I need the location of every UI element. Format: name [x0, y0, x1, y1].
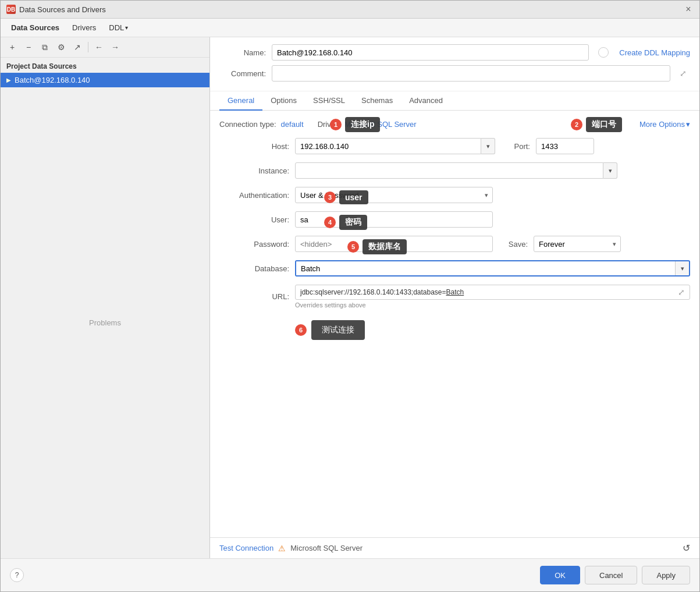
tab-general[interactable]: General [219, 91, 262, 111]
instance-dropdown-btn[interactable]: ▾ [603, 162, 617, 179]
add-button[interactable]: + [5, 40, 19, 54]
host-row: Host: ▾ 1 连接ip Port: [219, 138, 690, 154]
port-label: Port: [501, 142, 530, 151]
host-field-wrap: ▾ 1 连接ip [295, 138, 495, 154]
test-connection-wrap: 6 测试连接 [219, 320, 690, 340]
menu-drivers[interactable]: Drivers [66, 21, 102, 34]
password-label: Password: [219, 240, 289, 249]
badge-2: 2 [571, 119, 582, 130]
toolbar-separator [88, 42, 88, 52]
label-1: 连接ip [345, 117, 380, 132]
tab-ssh-ssl[interactable]: SSH/SSL [305, 91, 353, 111]
overrides-text: Overrides settings above [295, 302, 690, 309]
database-row: Database: ▾ 5 数据库名 [219, 260, 690, 276]
auth-label: Authentication: [219, 191, 289, 200]
app-icon: DB [6, 5, 16, 14]
help-button[interactable]: ? [10, 568, 24, 582]
database-input[interactable] [296, 261, 675, 275]
dialog-window: DB Data Sources and Drivers × Data Sourc… [0, 0, 700, 592]
port-field-wrap: 2 端口号 [536, 138, 594, 154]
instance-label: Instance: [219, 166, 289, 175]
label-3: user [339, 190, 368, 204]
form-content: Connection type: default Driver: Microso… [210, 111, 699, 537]
apply-button[interactable]: Apply [642, 566, 690, 584]
database-input-wrap: ▾ [295, 260, 690, 276]
ok-button[interactable]: OK [540, 566, 580, 584]
main-content: + − ⧉ ⚙ ↗ ← → Project Data Sources ▶ Bat… [1, 37, 699, 558]
url-field-container: jdbc:sqlserver://192.168.0.140:1433;data… [295, 285, 690, 300]
save-label: Save: [499, 240, 528, 249]
right-panel: Name: Create DDL Mapping Comment: ⤢ Gene… [210, 37, 699, 558]
export-button[interactable]: ↗ [70, 40, 84, 54]
host-label: Host: [219, 142, 289, 151]
instance-row: Instance: ▾ [219, 162, 690, 179]
expand-icon[interactable]: ⤢ [676, 66, 690, 80]
port-input[interactable] [536, 138, 594, 154]
menu-ddl[interactable]: DDL ▾ [103, 21, 134, 34]
copy-button[interactable]: ⧉ [38, 40, 52, 54]
tab-advanced[interactable]: Advanced [401, 91, 451, 111]
settings-button[interactable]: ⚙ [54, 40, 68, 54]
tab-options[interactable]: Options [262, 91, 305, 111]
host-input[interactable] [295, 138, 481, 154]
save-select-wrap: Forever [534, 236, 621, 252]
title-bar-left: DB Data Sources and Drivers [6, 5, 106, 14]
test-connection-bar: Test Connection ⚠ Microsoft SQL Server ↺ [210, 537, 699, 558]
url-label: URL: [219, 292, 289, 301]
warning-icon: ⚠ [278, 544, 286, 553]
create-ddl-link[interactable]: Create DDL Mapping [619, 48, 690, 57]
auth-row: Authentication: User & Password [219, 187, 690, 203]
form-header: Name: Create DDL Mapping Comment: ⤢ [210, 37, 699, 91]
annotation-4: 4 密码 [324, 215, 367, 230]
server-info-text: Microsoft SQL Server [290, 544, 363, 552]
menu-data-sources[interactable]: Data Sources [5, 21, 65, 34]
instance-input[interactable] [295, 162, 603, 179]
url-row: URL: jdbc:sqlserver://192.168.0.140:1433… [219, 285, 690, 309]
tree-item-batch[interactable]: ▶ Batch@192.168.0.140 [1, 73, 209, 87]
close-button[interactable]: × [683, 4, 694, 15]
badge-5: 5 [347, 241, 359, 253]
test-connection-link[interactable]: Test Connection [219, 544, 273, 552]
bottom-bar: ? OK Cancel Apply [1, 558, 699, 591]
conn-type-value[interactable]: default [281, 120, 304, 129]
annotation-5: 5 数据库名 [347, 239, 407, 254]
database-field-wrap: ▾ 5 数据库名 [295, 260, 690, 276]
cancel-button[interactable]: Cancel [585, 566, 637, 584]
name-label: Name: [219, 48, 266, 57]
problems-area: Problems [1, 87, 209, 558]
annotation-1: 1 连接ip [330, 117, 380, 132]
circle-btn[interactable] [598, 47, 609, 58]
database-dropdown-btn[interactable]: ▾ [675, 261, 689, 275]
comment-label: Comment: [219, 69, 266, 78]
name-row: Name: Create DDL Mapping [219, 44, 690, 61]
back-button[interactable]: ← [92, 40, 106, 54]
database-label: Database: [219, 264, 289, 273]
url-text: jdbc:sqlserver://192.168.0.140:1433;data… [300, 288, 678, 296]
refresh-button[interactable]: ↺ [683, 543, 690, 554]
label-5: 数据库名 [363, 239, 407, 254]
host-dropdown-btn[interactable]: ▾ [481, 138, 495, 154]
forward-button[interactable]: → [108, 40, 122, 54]
title-bar: DB Data Sources and Drivers × [1, 1, 699, 19]
remove-button[interactable]: − [22, 40, 35, 54]
instance-field-wrap: ▾ [295, 162, 617, 179]
password-row: Password: 4 密码 Save: Forever [219, 236, 690, 252]
url-field-wrap: jdbc:sqlserver://192.168.0.140:1433;data… [295, 285, 690, 309]
menu-bar: Data Sources Drivers DDL ▾ [1, 19, 699, 37]
left-panel: + − ⧉ ⚙ ↗ ← → Project Data Sources ▶ Bat… [1, 37, 210, 558]
url-expand-icon[interactable]: ⤢ [678, 288, 685, 297]
problems-label: Problems [89, 318, 121, 327]
tree-item-label: Batch@192.168.0.140 [15, 76, 90, 84]
comment-row: Comment: ⤢ [219, 65, 690, 81]
conn-type-label: Connection type: [219, 120, 276, 129]
label-4: 密码 [339, 215, 367, 230]
tree-arrow-icon: ▶ [6, 77, 11, 83]
name-input[interactable] [272, 44, 589, 61]
save-select[interactable]: Forever [534, 236, 621, 252]
test-connection-button[interactable]: 测试连接 [311, 320, 365, 340]
badge-4: 4 [324, 217, 336, 228]
more-options-link[interactable]: More Options ▾ [639, 120, 690, 129]
tab-schemas[interactable]: Schemas [353, 91, 401, 111]
annotation-3: 3 user [324, 190, 368, 204]
comment-input[interactable] [272, 65, 670, 81]
